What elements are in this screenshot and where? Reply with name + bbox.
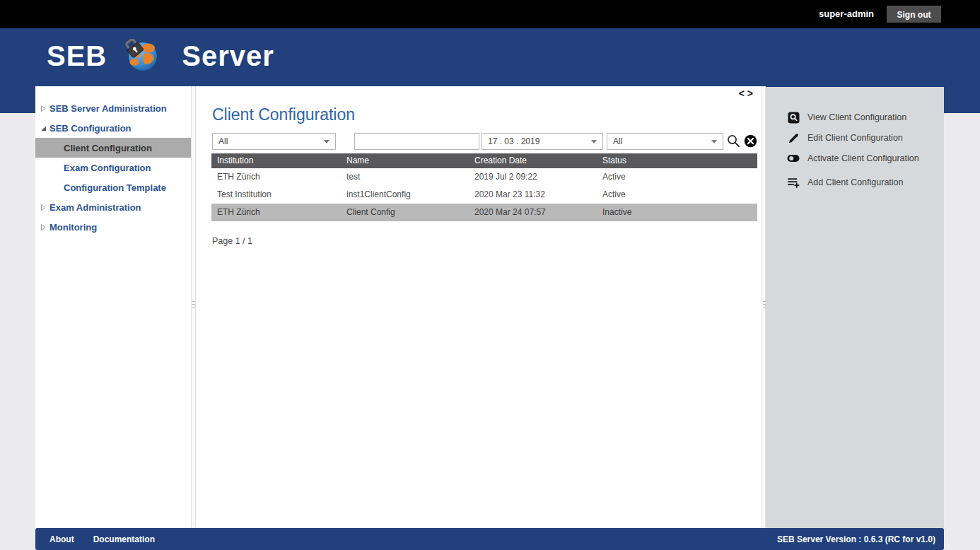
cell-name: test — [341, 168, 469, 186]
table-row-selected[interactable]: ETH Zürich Client Config 2020 Mar 24 07:… — [211, 204, 757, 221]
chevron-down-icon — [711, 140, 717, 144]
sidebar-item-label: Monitoring — [49, 222, 97, 233]
edit-icon — [787, 131, 800, 144]
seb-server-page: super-admin Sign out SEB — [0, 0, 980, 550]
sidebar-item-exam-administration[interactable]: Exam Administration — [35, 197, 191, 217]
sidebar-item-label: SEB Configuration — [49, 123, 132, 134]
sidebar-item-seb-server-administration[interactable]: SEB Server Administration — [35, 98, 191, 118]
column-header-name[interactable]: Name — [341, 153, 469, 168]
table-header-row: Institution Name Creation Date Status — [211, 153, 757, 168]
app-container: SEB Server Administration SEB Configurat… — [35, 86, 944, 550]
main-content-panel: <> Client Configuration All 17 . 03 . 20… — [196, 86, 762, 528]
action-label: Activate Client Configuration — [807, 153, 919, 163]
tree-expanded-icon[interactable] — [40, 125, 47, 131]
sidebar-item-label: Client Configuration — [64, 143, 152, 153]
name-filter-field — [354, 133, 479, 150]
cell-creation-date: 2020 Mar 23 11:32 — [469, 186, 597, 204]
sidebar-item-monitoring[interactable]: Monitoring — [35, 217, 191, 237]
clear-filter-icon[interactable] — [743, 134, 757, 148]
add-client-configuration-action[interactable]: Add Client Configuration — [787, 176, 904, 189]
sidebar-item-label: Exam Administration — [49, 202, 141, 213]
current-user-label: super-admin — [819, 0, 874, 28]
filter-row: All 17 . 03 . 2019 All — [212, 133, 757, 150]
activate-toggle-icon — [787, 152, 800, 165]
tree-collapsed-icon[interactable] — [40, 204, 47, 211]
sidebar-item-seb-configuration[interactable]: SEB Configuration — [35, 118, 191, 138]
edit-client-configuration-action[interactable]: Edit Client Configuration — [787, 131, 903, 144]
cell-name: inst1ClientConfig — [341, 186, 469, 204]
footer-link-documentation[interactable]: Documentation — [93, 534, 155, 544]
add-icon — [787, 176, 800, 189]
sidebar-item-configuration-template[interactable]: Configuration Template — [35, 177, 191, 197]
footer-bar: About Documentation SEB Server Version :… — [35, 528, 944, 550]
logo-seb-text: SEB — [47, 40, 107, 72]
app-logo: SEB — [47, 39, 274, 73]
sidebar-splitter[interactable] — [191, 86, 196, 528]
cell-institution: ETH Zürich — [211, 168, 341, 186]
institution-filter-select[interactable]: All — [212, 133, 336, 150]
cell-institution: Test Institution — [211, 186, 341, 204]
navigation-sidebar: SEB Server Administration SEB Configurat… — [35, 86, 191, 528]
pagination-label: Page 1 / 1 — [212, 236, 252, 246]
panel-collapse-controls: <> — [739, 88, 756, 99]
client-configuration-table: Institution Name Creation Date Status ET… — [211, 153, 757, 221]
column-header-institution[interactable]: Institution — [211, 153, 341, 168]
tree-collapsed-icon[interactable] — [40, 105, 47, 112]
view-client-configuration-action[interactable]: View Client Configuration — [787, 111, 906, 124]
chevron-down-icon — [324, 140, 329, 144]
page-title: Client Configuration — [212, 105, 355, 124]
name-filter-input[interactable] — [361, 136, 473, 147]
institution-filter-value: All — [218, 136, 228, 146]
column-header-creation-date[interactable]: Creation Date — [469, 153, 597, 168]
tree-collapsed-icon[interactable] — [40, 224, 47, 230]
sidebar-item-label: SEB Server Administration — [49, 103, 167, 114]
sidebar-item-client-configuration[interactable]: Client Configuration — [35, 138, 191, 158]
collapse-left-icon[interactable]: < — [739, 88, 747, 99]
cell-creation-date: 2019 Jul 2 09:22 — [469, 168, 597, 186]
action-label: Add Client Configuration — [807, 177, 904, 187]
table-row[interactable]: ETH Zürich test 2019 Jul 2 09:22 Active — [211, 168, 757, 186]
collapse-right-icon[interactable]: > — [747, 88, 756, 99]
search-icon[interactable] — [726, 134, 740, 148]
version-label: SEB Server Version : 0.6.3 (RC for v1.0) — [777, 534, 935, 544]
action-panel: View Client Configuration Edit Client Co… — [766, 87, 944, 528]
action-label: View Client Configuration — [807, 112, 906, 122]
view-icon — [787, 111, 800, 124]
sidebar-item-label: Exam Configuration — [64, 163, 151, 173]
logo-server-text: Server — [182, 40, 274, 72]
cell-status: Inactive — [597, 204, 757, 221]
creation-date-filter-select[interactable]: 17 . 03 . 2019 — [482, 133, 603, 150]
cell-creation-date: 2020 Mar 24 07:57 — [469, 204, 597, 221]
table-row[interactable]: Test Institution inst1ClientConfig 2020 … — [211, 186, 757, 204]
creation-date-filter-value: 17 . 03 . 2019 — [488, 136, 539, 146]
cell-status: Active — [597, 168, 757, 186]
splitter-grip-icon[interactable] — [192, 301, 195, 302]
sidebar-item-exam-configuration[interactable]: Exam Configuration — [35, 158, 191, 177]
chevron-down-icon — [591, 140, 597, 144]
cell-name: Client Config — [341, 204, 469, 221]
footer-link-about[interactable]: About — [49, 534, 74, 544]
action-label: Edit Client Configuration — [807, 133, 903, 143]
sign-out-button[interactable]: Sign out — [887, 6, 941, 23]
cell-status: Active — [597, 186, 757, 204]
sidebar-item-label: Configuration Template — [64, 182, 166, 193]
cell-institution: ETH Zürich — [211, 204, 341, 221]
globe-lock-icon — [124, 39, 161, 73]
top-bar: super-admin Sign out — [0, 0, 980, 28]
column-header-status[interactable]: Status — [597, 153, 757, 168]
status-filter-value: All — [613, 136, 622, 146]
activate-client-configuration-action[interactable]: Activate Client Configuration — [787, 152, 919, 165]
status-filter-select[interactable]: All — [607, 133, 723, 150]
